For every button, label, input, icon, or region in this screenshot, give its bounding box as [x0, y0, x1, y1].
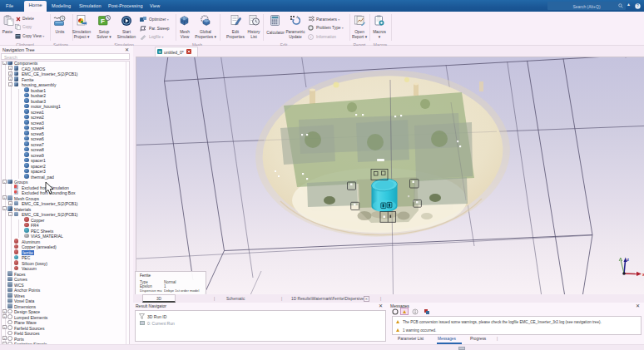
svg-text:i: i	[310, 35, 312, 39]
svg-text:F: F	[101, 17, 105, 25]
svg-text:?: ?	[637, 3, 639, 8]
svg-text:M: M	[159, 51, 161, 54]
